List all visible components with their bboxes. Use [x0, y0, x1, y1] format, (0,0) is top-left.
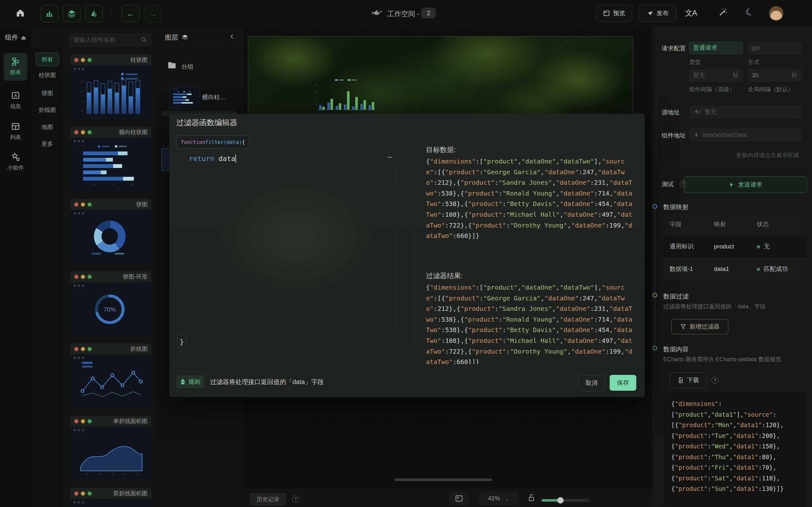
filter-result-json: {"dimensions":["product","dataOne","data…	[426, 282, 645, 364]
green-dot-icon	[88, 347, 92, 351]
category-bar[interactable]: 柱状图	[36, 71, 59, 79]
component-card-line[interactable]: 折线图	[70, 343, 151, 409]
help-icon[interactable]: ?	[292, 496, 299, 503]
help-icon[interactable]: ?	[711, 377, 718, 384]
component-card-area[interactable]: 单折线面积图	[70, 416, 151, 481]
timeline-dot-filter	[653, 293, 657, 297]
table-row: 通用标识 product 无	[664, 235, 807, 258]
component-sidebar: 组件 图表 A 信息 列表 小组件	[0, 26, 32, 507]
org-chart-icon	[11, 57, 20, 66]
category-line[interactable]: 折线图	[36, 106, 59, 114]
category-all[interactable]: 所有	[36, 52, 59, 66]
lightning-icon	[694, 132, 699, 138]
category-more[interactable]: 更多	[36, 140, 59, 148]
avatar[interactable]	[769, 6, 783, 20]
sidebar-item-label: 列表	[10, 134, 21, 141]
category-pie[interactable]: 饼图	[36, 89, 59, 97]
preview-button[interactable]: 预览	[596, 5, 632, 22]
modal-vertical-divider	[414, 133, 415, 368]
arrow-left-icon: ←	[126, 9, 135, 18]
search-input[interactable]	[72, 36, 141, 44]
sidebar-item-charts[interactable]: 图表	[4, 53, 27, 81]
zoom-slider[interactable]	[542, 499, 588, 502]
unlock-icon[interactable]	[527, 493, 536, 502]
source-addr-label: 源地址	[662, 108, 680, 117]
canvas-image-component[interactable]	[248, 36, 633, 115]
zoom-select[interactable]: 42% ⌄	[479, 492, 518, 505]
table-row: 数据项-1 data1 匹配成功	[664, 258, 807, 280]
chart-tool-button[interactable]	[41, 5, 58, 22]
history-button[interactable]: 历史记录	[250, 493, 286, 506]
code-close-brace: }	[177, 335, 187, 348]
layer-group-label[interactable]: 分组	[182, 63, 194, 71]
modal-title: 过滤器函数编辑器	[176, 118, 237, 128]
timeline-dot-content	[653, 346, 657, 350]
table-header-row: 字段 映射 状态	[664, 213, 807, 235]
detail-panel-button[interactable]	[450, 492, 468, 505]
folder-icon[interactable]	[167, 61, 176, 69]
chevron-left-icon[interactable]: ‹	[230, 31, 234, 41]
target-data-json: {"dimensions":["product","dataOne","data…	[426, 156, 645, 241]
card-header: 折线图	[70, 343, 151, 354]
workspace-title[interactable]: 工作空间 -	[387, 9, 419, 19]
category-map[interactable]: 地图	[36, 123, 59, 131]
source-addr-field[interactable]: 暂无	[689, 105, 802, 118]
rule-badge: 规则	[176, 376, 204, 388]
download-button[interactable]: 下载	[670, 372, 707, 388]
save-button[interactable]: 保存	[610, 375, 636, 391]
card-thumbnail	[70, 137, 151, 192]
layer-item-thumbnail[interactable]	[169, 86, 200, 109]
sidebar-item-list[interactable]: 列表	[4, 118, 27, 144]
card-title: 柱状图	[131, 56, 148, 64]
sidebar-item-label: 信息	[10, 103, 21, 110]
file-download-icon	[677, 377, 684, 384]
yellow-dot-icon	[81, 203, 85, 207]
request-method-select[interactable]: get	[747, 41, 802, 55]
data-content-json-box[interactable]: {"dimensions": ["product","data1"],"sour…	[664, 392, 807, 507]
component-card-bar[interactable]: 柱状图	[70, 55, 151, 120]
component-addr-field[interactable]: /mock/chartData	[689, 128, 802, 142]
publish-button[interactable]: 发布	[639, 5, 676, 22]
send-request-button[interactable]: 发送请求	[684, 176, 807, 193]
sidebar-item-info[interactable]: A 信息	[4, 87, 27, 113]
canvas-footer-bar: 历史记录 ? 42% ⌄	[244, 489, 653, 507]
layout-panel-icon	[455, 494, 463, 503]
request-config-label: 请求配置	[662, 44, 686, 53]
component-card-pie[interactable]: 饼图	[70, 199, 151, 264]
red-dot-icon	[74, 347, 78, 351]
card-title: 双折线面积图	[113, 490, 148, 497]
request-type-select[interactable]: 普通请求	[689, 41, 743, 55]
undo-button[interactable]: ←	[122, 5, 140, 22]
red-dot-icon	[74, 419, 78, 424]
sidebar-item-widgets[interactable]: 小组件	[4, 148, 27, 175]
component-interval-input[interactable]: 暂无 秒	[689, 69, 743, 82]
component-card-double-area[interactable]: 双折线面积图	[70, 488, 151, 507]
component-interval-label: 组件间隔（高级）	[689, 86, 735, 93]
green-dot-icon	[88, 130, 92, 134]
card-header: 柱状图	[70, 55, 151, 65]
update-hint: 更新内容请点击展示区域	[653, 152, 799, 159]
app-root: ← → 工作空间 - 2 预览 发布 文A ☾	[0, 0, 812, 507]
add-filter-button[interactable]: 新增过滤器	[671, 319, 728, 334]
magic-wand-icon[interactable]	[718, 8, 727, 17]
component-card-ring[interactable]: 饼图-环形 70%	[70, 271, 151, 337]
red-dot-icon	[74, 275, 78, 279]
canvas-horizontal-scrollbar[interactable]	[395, 478, 492, 481]
theme-tool-button[interactable]	[85, 5, 103, 22]
fold-marker-icon[interactable]	[388, 157, 392, 158]
home-icon[interactable]	[15, 8, 26, 18]
layer-item-label[interactable]: 横向柱...	[202, 93, 225, 101]
cancel-button[interactable]: 取消	[578, 375, 605, 391]
card-title: 饼图	[136, 201, 148, 208]
layers-tool-button[interactable]	[63, 5, 81, 22]
language-icon[interactable]: 文A	[685, 8, 697, 18]
component-card-hbar[interactable]: 横向柱状图	[70, 127, 151, 192]
code-editor-line[interactable]: return data	[189, 154, 236, 163]
global-interval-input[interactable]: 30 秒	[747, 69, 802, 82]
document-icon	[180, 379, 186, 385]
dark-mode-icon[interactable]: ☾	[744, 5, 755, 19]
green-dot-icon	[88, 492, 92, 496]
layer-item-selected-sliver[interactable]	[161, 148, 170, 171]
zoom-slider-handle[interactable]	[557, 497, 564, 504]
redo-button[interactable]: →	[144, 5, 162, 22]
